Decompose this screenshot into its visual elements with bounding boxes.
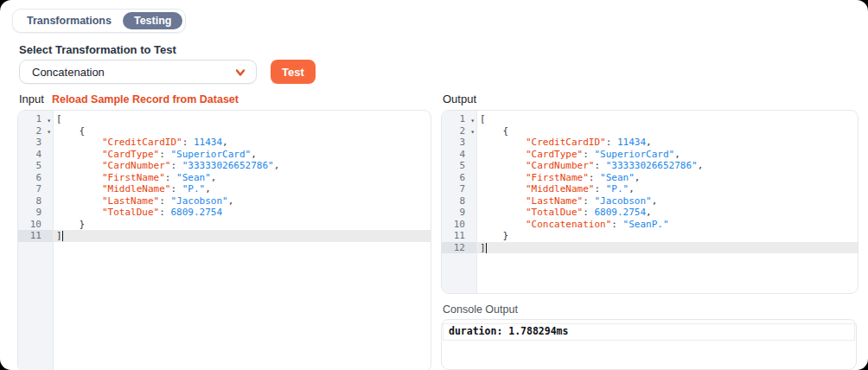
line-number: 9 xyxy=(18,207,53,219)
output-panel-title: Output xyxy=(443,92,476,105)
input-panel-title: Input xyxy=(19,92,44,105)
code-line-text: "Concatenation": "SeanP." xyxy=(476,219,858,231)
code-line: 1▾[ xyxy=(442,113,858,125)
code-line: 4 "CardType": "SuperiorCard", xyxy=(18,149,431,161)
line-number: 9 xyxy=(442,207,476,219)
text-cursor xyxy=(62,231,64,241)
tab-bar: Transformations Testing xyxy=(12,9,186,33)
line-number: 11 xyxy=(442,230,476,242)
code-line-text: "LastName": "Jacobson", xyxy=(476,195,858,207)
code-line: 4 "CardType": "SuperiorCard", xyxy=(442,149,858,161)
code-line-text: ] xyxy=(53,230,431,242)
output-panel-header: Output xyxy=(443,92,476,105)
line-number: 1▾ xyxy=(442,113,476,125)
line-number: 6 xyxy=(442,172,476,184)
code-line: 6 "FirstName": "Sean", xyxy=(442,172,858,184)
line-number: 10 xyxy=(18,219,53,231)
code-line-text: "TotalDue": 6809.2754, xyxy=(476,207,858,219)
line-number: 2▾ xyxy=(442,125,476,137)
tab-testing[interactable]: Testing xyxy=(123,12,183,29)
test-button[interactable]: Test xyxy=(271,60,316,84)
code-line-text: [ xyxy=(53,113,431,125)
code-line-text: "CardType": "SuperiorCard", xyxy=(476,149,858,161)
line-number: 3 xyxy=(18,137,53,149)
code-line: 3 "CreditCardID": 11434, xyxy=(442,137,858,149)
code-line: 2▾ { xyxy=(442,125,858,137)
code-line-text: ] xyxy=(476,242,858,254)
line-number: 8 xyxy=(18,195,53,207)
line-number: 1▾ xyxy=(18,113,53,125)
chevron-down-icon xyxy=(234,67,246,79)
code-line: 3 "CreditCardID": 11434, xyxy=(18,137,431,149)
code-line-text: "LastName": "Jacobson", xyxy=(53,195,431,207)
code-line: 9 "TotalDue": 6809.2754 xyxy=(18,207,431,219)
code-line: 2▾ { xyxy=(18,125,431,137)
line-number: 7 xyxy=(442,183,476,195)
line-number: 4 xyxy=(18,149,53,161)
code-line: 10 } xyxy=(18,219,431,231)
line-number: 5 xyxy=(442,160,476,172)
line-number: 2▾ xyxy=(18,125,53,137)
code-line: 6 "FirstName": "Sean", xyxy=(18,172,431,184)
code-line-text: "CardNumber": "33333026652786", xyxy=(476,160,858,172)
code-line: 5 "CardNumber": "33333026652786", xyxy=(18,160,431,172)
code-line-text: "TotalDue": 6809.2754 xyxy=(53,207,431,219)
code-line-text: "CreditCardID": 11434, xyxy=(476,137,858,149)
code-line-text: } xyxy=(476,230,858,242)
line-number: 12 xyxy=(442,242,476,254)
code-line: 7 "MiddleName": "P.", xyxy=(442,183,858,195)
input-json-editor[interactable]: 1▾[2▾ {3 "CreditCardID": 11434,4 "CardTy… xyxy=(17,110,431,370)
code-line: 1▾[ xyxy=(18,113,431,125)
line-number: 5 xyxy=(18,160,53,172)
transformation-select[interactable]: Concatenation xyxy=(19,60,257,84)
console-output[interactable]: duration: 1.788294ms xyxy=(441,319,857,370)
code-line-text: { xyxy=(53,125,431,137)
code-line-text: "MiddleName": "P.", xyxy=(476,183,858,195)
code-line-text: "CardType": "SuperiorCard", xyxy=(53,149,431,161)
code-line: 10 "Concatenation": "SeanP." xyxy=(442,219,858,231)
line-number: 4 xyxy=(442,149,476,161)
code-line: 7 "MiddleName": "P.", xyxy=(18,183,431,195)
code-line-text: [ xyxy=(476,113,858,125)
output-json-editor[interactable]: 1▾[2▾ {3 "CreditCardID": 11434,4 "CardTy… xyxy=(441,110,858,294)
line-number: 8 xyxy=(442,195,476,207)
code-line: 11 } xyxy=(442,230,858,242)
app-window: Transformations Testing Select Transform… xyxy=(0,0,868,370)
code-line-text: "CreditCardID": 11434, xyxy=(53,137,431,149)
line-number: 10 xyxy=(442,219,476,231)
code-line-text: } xyxy=(53,219,431,231)
transformation-select-value: Concatenation xyxy=(32,66,105,79)
select-transformation-label: Select Transformation to Test xyxy=(19,43,176,56)
code-line: 11] xyxy=(18,230,431,242)
code-line: 12] xyxy=(442,242,858,254)
code-line-text: "MiddleName": "P.", xyxy=(53,183,431,195)
code-line: 9 "TotalDue": 6809.2754, xyxy=(442,207,858,219)
code-line-text: { xyxy=(476,125,858,137)
text-cursor xyxy=(486,243,488,253)
code-line-text: "CardNumber": "33333026652786", xyxy=(53,160,431,172)
line-number: 7 xyxy=(18,183,53,195)
code-line-text: "FirstName": "Sean", xyxy=(476,172,858,184)
code-line-text: "FirstName": "Sean", xyxy=(53,172,431,184)
console-output-label: Console Output xyxy=(443,303,518,316)
tab-transformations[interactable]: Transformations xyxy=(16,12,123,29)
input-panel-header: Input Reload Sample Record from Dataset xyxy=(19,92,239,105)
line-number: 11 xyxy=(18,230,53,242)
line-number: 6 xyxy=(18,172,53,184)
code-line: 8 "LastName": "Jacobson", xyxy=(18,195,431,207)
console-output-line: duration: 1.788294ms xyxy=(443,323,855,341)
code-line: 8 "LastName": "Jacobson", xyxy=(442,195,858,207)
reload-sample-link[interactable]: Reload Sample Record from Dataset xyxy=(52,93,239,105)
code-line: 5 "CardNumber": "33333026652786", xyxy=(442,160,858,172)
line-number: 3 xyxy=(442,137,476,149)
